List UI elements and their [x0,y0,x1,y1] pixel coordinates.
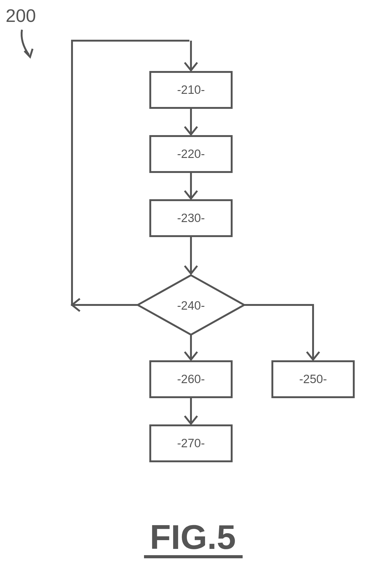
annotation-number: 200 [6,5,36,26]
figure-label: FIG.5 [150,518,236,556]
label-240: -240- [177,299,205,312]
label-270: -270- [177,437,205,450]
edge-240-250 [244,305,313,358]
label-210: -210- [177,83,205,96]
label-220: -220- [177,147,205,160]
flowchart-diagram: 200 -210- -220- -230- -240- -260- -250- … [0,0,386,588]
label-230: -230- [177,211,205,225]
label-260: -260- [177,373,205,386]
label-250: -250- [299,373,327,386]
